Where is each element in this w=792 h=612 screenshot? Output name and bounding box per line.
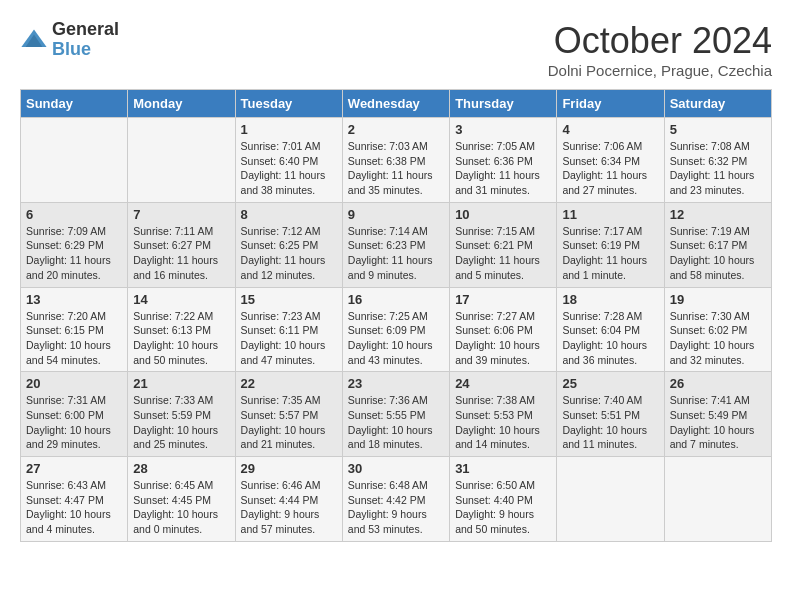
calendar-cell [557,457,664,542]
calendar-week: 1Sunrise: 7:01 AM Sunset: 6:40 PM Daylig… [21,118,772,203]
calendar-cell: 17Sunrise: 7:27 AM Sunset: 6:06 PM Dayli… [450,287,557,372]
day-info: Sunrise: 7:36 AM Sunset: 5:55 PM Dayligh… [348,393,444,452]
day-info: Sunrise: 7:09 AM Sunset: 6:29 PM Dayligh… [26,224,122,283]
calendar-cell: 28Sunrise: 6:45 AM Sunset: 4:45 PM Dayli… [128,457,235,542]
day-info: Sunrise: 6:50 AM Sunset: 4:40 PM Dayligh… [455,478,551,537]
day-number: 10 [455,207,551,222]
calendar-cell: 24Sunrise: 7:38 AM Sunset: 5:53 PM Dayli… [450,372,557,457]
logo-icon [20,26,48,54]
calendar-cell: 27Sunrise: 6:43 AM Sunset: 4:47 PM Dayli… [21,457,128,542]
day-info: Sunrise: 7:25 AM Sunset: 6:09 PM Dayligh… [348,309,444,368]
calendar-cell [21,118,128,203]
day-info: Sunrise: 7:35 AM Sunset: 5:57 PM Dayligh… [241,393,337,452]
calendar-cell: 15Sunrise: 7:23 AM Sunset: 6:11 PM Dayli… [235,287,342,372]
header-row: SundayMondayTuesdayWednesdayThursdayFrid… [21,90,772,118]
calendar-cell: 20Sunrise: 7:31 AM Sunset: 6:00 PM Dayli… [21,372,128,457]
header-day: Monday [128,90,235,118]
calendar-week: 6Sunrise: 7:09 AM Sunset: 6:29 PM Daylig… [21,202,772,287]
calendar-cell: 18Sunrise: 7:28 AM Sunset: 6:04 PM Dayli… [557,287,664,372]
calendar-cell [128,118,235,203]
day-number: 18 [562,292,658,307]
calendar-cell: 9Sunrise: 7:14 AM Sunset: 6:23 PM Daylig… [342,202,449,287]
calendar-cell: 2Sunrise: 7:03 AM Sunset: 6:38 PM Daylig… [342,118,449,203]
day-number: 19 [670,292,766,307]
calendar-cell: 4Sunrise: 7:06 AM Sunset: 6:34 PM Daylig… [557,118,664,203]
day-number: 13 [26,292,122,307]
day-info: Sunrise: 7:20 AM Sunset: 6:15 PM Dayligh… [26,309,122,368]
day-info: Sunrise: 7:33 AM Sunset: 5:59 PM Dayligh… [133,393,229,452]
calendar-cell: 21Sunrise: 7:33 AM Sunset: 5:59 PM Dayli… [128,372,235,457]
calendar-cell [664,457,771,542]
calendar-week: 13Sunrise: 7:20 AM Sunset: 6:15 PM Dayli… [21,287,772,372]
header-day: Friday [557,90,664,118]
calendar-cell: 12Sunrise: 7:19 AM Sunset: 6:17 PM Dayli… [664,202,771,287]
day-info: Sunrise: 7:06 AM Sunset: 6:34 PM Dayligh… [562,139,658,198]
day-info: Sunrise: 6:45 AM Sunset: 4:45 PM Dayligh… [133,478,229,537]
page-header: General Blue October 2024 Dolni Pocernic… [20,20,772,79]
day-number: 31 [455,461,551,476]
logo-blue: Blue [52,40,119,60]
calendar-cell: 16Sunrise: 7:25 AM Sunset: 6:09 PM Dayli… [342,287,449,372]
month-title: October 2024 [548,20,772,62]
day-info: Sunrise: 7:08 AM Sunset: 6:32 PM Dayligh… [670,139,766,198]
calendar-cell: 25Sunrise: 7:40 AM Sunset: 5:51 PM Dayli… [557,372,664,457]
day-number: 25 [562,376,658,391]
day-number: 17 [455,292,551,307]
day-info: Sunrise: 7:28 AM Sunset: 6:04 PM Dayligh… [562,309,658,368]
day-number: 28 [133,461,229,476]
header-day: Tuesday [235,90,342,118]
calendar-cell: 3Sunrise: 7:05 AM Sunset: 6:36 PM Daylig… [450,118,557,203]
day-info: Sunrise: 7:23 AM Sunset: 6:11 PM Dayligh… [241,309,337,368]
calendar-cell: 11Sunrise: 7:17 AM Sunset: 6:19 PM Dayli… [557,202,664,287]
day-number: 4 [562,122,658,137]
day-number: 1 [241,122,337,137]
day-info: Sunrise: 6:48 AM Sunset: 4:42 PM Dayligh… [348,478,444,537]
day-info: Sunrise: 6:43 AM Sunset: 4:47 PM Dayligh… [26,478,122,537]
day-number: 21 [133,376,229,391]
day-number: 12 [670,207,766,222]
calendar-cell: 13Sunrise: 7:20 AM Sunset: 6:15 PM Dayli… [21,287,128,372]
day-info: Sunrise: 7:17 AM Sunset: 6:19 PM Dayligh… [562,224,658,283]
calendar-cell: 10Sunrise: 7:15 AM Sunset: 6:21 PM Dayli… [450,202,557,287]
day-number: 14 [133,292,229,307]
day-info: Sunrise: 7:12 AM Sunset: 6:25 PM Dayligh… [241,224,337,283]
calendar-cell: 6Sunrise: 7:09 AM Sunset: 6:29 PM Daylig… [21,202,128,287]
day-info: Sunrise: 7:40 AM Sunset: 5:51 PM Dayligh… [562,393,658,452]
day-info: Sunrise: 7:38 AM Sunset: 5:53 PM Dayligh… [455,393,551,452]
calendar-week: 27Sunrise: 6:43 AM Sunset: 4:47 PM Dayli… [21,457,772,542]
day-info: Sunrise: 6:46 AM Sunset: 4:44 PM Dayligh… [241,478,337,537]
calendar-week: 20Sunrise: 7:31 AM Sunset: 6:00 PM Dayli… [21,372,772,457]
day-info: Sunrise: 7:22 AM Sunset: 6:13 PM Dayligh… [133,309,229,368]
header-day: Wednesday [342,90,449,118]
day-number: 8 [241,207,337,222]
day-number: 11 [562,207,658,222]
day-number: 20 [26,376,122,391]
calendar-cell: 22Sunrise: 7:35 AM Sunset: 5:57 PM Dayli… [235,372,342,457]
day-number: 22 [241,376,337,391]
day-number: 3 [455,122,551,137]
day-number: 9 [348,207,444,222]
calendar-cell: 30Sunrise: 6:48 AM Sunset: 4:42 PM Dayli… [342,457,449,542]
calendar-cell: 14Sunrise: 7:22 AM Sunset: 6:13 PM Dayli… [128,287,235,372]
day-info: Sunrise: 7:27 AM Sunset: 6:06 PM Dayligh… [455,309,551,368]
day-info: Sunrise: 7:14 AM Sunset: 6:23 PM Dayligh… [348,224,444,283]
header-day: Sunday [21,90,128,118]
header-day: Saturday [664,90,771,118]
day-info: Sunrise: 7:01 AM Sunset: 6:40 PM Dayligh… [241,139,337,198]
day-number: 5 [670,122,766,137]
day-number: 15 [241,292,337,307]
day-number: 30 [348,461,444,476]
calendar-cell: 7Sunrise: 7:11 AM Sunset: 6:27 PM Daylig… [128,202,235,287]
calendar-cell: 19Sunrise: 7:30 AM Sunset: 6:02 PM Dayli… [664,287,771,372]
calendar: SundayMondayTuesdayWednesdayThursdayFrid… [20,89,772,542]
calendar-cell: 29Sunrise: 6:46 AM Sunset: 4:44 PM Dayli… [235,457,342,542]
calendar-cell: 5Sunrise: 7:08 AM Sunset: 6:32 PM Daylig… [664,118,771,203]
logo: General Blue [20,20,119,60]
day-info: Sunrise: 7:41 AM Sunset: 5:49 PM Dayligh… [670,393,766,452]
day-info: Sunrise: 7:05 AM Sunset: 6:36 PM Dayligh… [455,139,551,198]
day-info: Sunrise: 7:03 AM Sunset: 6:38 PM Dayligh… [348,139,444,198]
logo-text: General Blue [52,20,119,60]
calendar-header: SundayMondayTuesdayWednesdayThursdayFrid… [21,90,772,118]
logo-general: General [52,20,119,40]
day-info: Sunrise: 7:19 AM Sunset: 6:17 PM Dayligh… [670,224,766,283]
